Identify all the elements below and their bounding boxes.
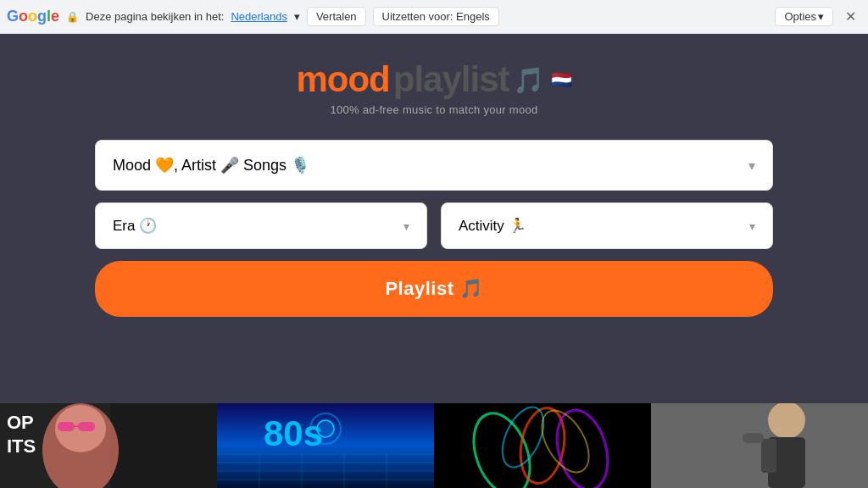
mood-artist-songs-dropdown[interactable]: Mood 🧡, Artist 🎤 Songs 🎙️ ▾ (95, 140, 773, 191)
flag-icon: 🇳🇱 (551, 69, 572, 90)
activity-label: Activity 🏃 (459, 217, 526, 235)
search-area: Mood 🧡, Artist 🎤 Songs 🎙️ ▾ Era 🕐 ▾ Acti… (95, 140, 773, 317)
logo-area: mood playlist 🎵 🇳🇱 100% ad-free music to… (296, 59, 571, 116)
translation-prefix: Deze pagina bekijken in het: (86, 10, 224, 23)
activity-dropdown-arrow: ▾ (749, 219, 755, 233)
era-dropdown[interactable]: Era 🕐 ▾ (95, 202, 427, 249)
svg-rect-9 (217, 403, 434, 488)
svg-rect-4 (58, 422, 75, 431)
lang-dropdown-arrow: ▾ (294, 10, 300, 23)
google-logo: Google (7, 8, 59, 25)
svg-text:OP: OP (7, 412, 34, 433)
era-label: Era 🕐 (113, 217, 157, 235)
svg-point-20 (317, 420, 334, 437)
translate-button[interactable]: Vertalen (307, 7, 366, 26)
mood-artist-songs-label: Mood 🧡, Artist 🎤 Songs 🎙️ (113, 156, 309, 175)
logo-row: mood playlist 🎵 🇳🇱 (296, 59, 571, 100)
main-dropdown-arrow: ▾ (748, 158, 755, 174)
card-3[interactable] (434, 403, 651, 488)
main-content: mood playlist 🎵 🇳🇱 100% ad-free music to… (0, 34, 868, 488)
playlist-button[interactable]: Playlist 🎵 (95, 261, 773, 317)
svg-rect-28 (651, 403, 868, 488)
logo-playlist: playlist (393, 59, 509, 100)
cards-row: OP ITS (0, 403, 868, 488)
svg-rect-31 (761, 439, 776, 473)
language-link[interactable]: Nederlands (231, 10, 287, 23)
card-1[interactable]: OP ITS (0, 403, 217, 488)
lock-icon: 🔒 (66, 11, 79, 23)
svg-text:ITS: ITS (7, 435, 36, 457)
svg-rect-32 (743, 433, 764, 443)
options-button[interactable]: Opties ▾ (775, 7, 833, 26)
sub-dropdowns: Era 🕐 ▾ Activity 🏃 ▾ (95, 202, 773, 249)
svg-point-29 (768, 403, 805, 439)
card-2[interactable]: 80s (217, 403, 434, 488)
close-button[interactable]: ✕ (840, 7, 861, 26)
era-dropdown-arrow: ▾ (403, 219, 409, 233)
turnoff-button[interactable]: Uitzetten voor: Engels (373, 7, 499, 26)
browser-bar: Google 🔒 Deze pagina bekijken in het: Ne… (0, 0, 868, 34)
activity-dropdown[interactable]: Activity 🏃 ▾ (441, 202, 773, 249)
logo-mood: mood (296, 59, 389, 100)
card-4[interactable] (651, 403, 868, 488)
logo-tagline: 100% ad-free music to match your mood (330, 103, 537, 116)
svg-rect-5 (78, 422, 95, 431)
logo-music-icon: 🎵 (513, 65, 544, 95)
